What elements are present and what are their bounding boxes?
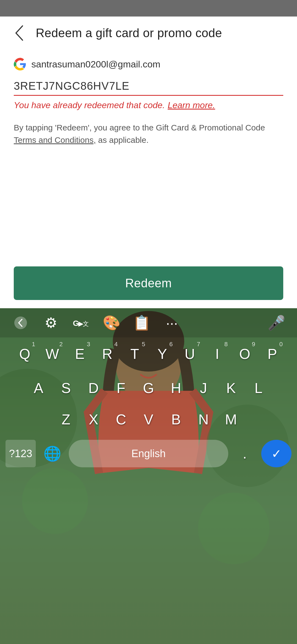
error-message: You have already redeemed that code. xyxy=(14,100,165,110)
key-s[interactable]: S xyxy=(54,374,78,402)
keyboard-row-1: 1Q 2W 3E 4R 5T 6Y 7U 8I 9O 0P xyxy=(0,337,297,370)
key-period[interactable]: . xyxy=(233,440,257,467)
code-input[interactable] xyxy=(14,77,283,96)
keyboard-bottom-row: ?123 🌐 English . ✓ xyxy=(0,437,297,470)
palette-icon: 🎨 xyxy=(103,315,120,331)
terms-link[interactable]: Terms and Conditions, xyxy=(14,135,96,144)
keyboard-settings-button[interactable]: ⚙ xyxy=(41,313,61,332)
svg-point-9 xyxy=(14,316,27,329)
key-enter[interactable]: ✓ xyxy=(261,440,292,467)
key-q[interactable]: 1Q xyxy=(13,340,37,368)
account-row: santrasuman0200l@gmail.com xyxy=(14,58,283,70)
key-o[interactable]: 9O xyxy=(233,340,257,368)
clipboard-icon: 📋 xyxy=(133,315,151,331)
key-g[interactable]: G xyxy=(136,374,161,402)
enter-icon: ✓ xyxy=(271,447,282,461)
key-u[interactable]: 7U xyxy=(178,340,202,368)
key-n[interactable]: N xyxy=(191,406,216,433)
key-z[interactable]: Z xyxy=(54,406,78,433)
key-y[interactable]: 6Y xyxy=(150,340,174,368)
key-e[interactable]: 3E xyxy=(68,340,92,368)
svg-point-7 xyxy=(22,468,88,534)
back-button[interactable] xyxy=(11,25,28,41)
button-area: Redeem xyxy=(14,266,283,300)
key-sym[interactable]: ?123 xyxy=(6,440,36,467)
keyboard-clipboard-button[interactable]: 📋 xyxy=(132,313,151,332)
keyboard-more-button[interactable]: ··· xyxy=(162,313,182,332)
code-input-wrapper xyxy=(14,77,283,96)
status-bar xyxy=(0,0,297,17)
key-c[interactable]: C xyxy=(109,406,133,433)
keyboard-back-button[interactable] xyxy=(11,313,30,332)
terms-text: By tapping 'Redeem', you agree to the Gi… xyxy=(14,121,283,146)
keyboard: ⚙ G ▶ 文 🎨 📋 ··· 🎤 1Q 2W 3E 4R 5T 6Y 7 xyxy=(0,308,297,644)
space-label: English xyxy=(131,448,166,460)
key-d[interactable]: D xyxy=(81,374,106,402)
more-icon: ··· xyxy=(166,315,178,331)
key-k[interactable]: K xyxy=(219,374,243,402)
account-email: santrasuman0200l@gmail.com xyxy=(31,59,160,70)
globe-icon: 🌐 xyxy=(43,445,61,462)
key-x[interactable]: X xyxy=(81,406,106,433)
app-header: Redeem a gift card or promo code xyxy=(0,17,297,50)
keyboard-mic-button[interactable]: 🎤 xyxy=(267,313,286,332)
key-l[interactable]: L xyxy=(246,374,271,402)
keyboard-row-2: A S D F G H J K L xyxy=(0,374,297,402)
key-i[interactable]: 8I xyxy=(205,340,229,368)
key-j[interactable]: J xyxy=(191,374,216,402)
key-f[interactable]: F xyxy=(109,374,133,402)
key-h[interactable]: H xyxy=(164,374,188,402)
key-w[interactable]: 2W xyxy=(40,340,64,368)
key-r[interactable]: 4R xyxy=(95,340,119,368)
key-globe[interactable]: 🌐 xyxy=(40,440,64,467)
key-a[interactable]: A xyxy=(26,374,51,402)
keyboard-toolbar: ⚙ G ▶ 文 🎨 📋 ··· 🎤 xyxy=(0,308,297,337)
page-title: Redeem a gift card or promo code xyxy=(36,26,222,40)
svg-text:文: 文 xyxy=(83,320,89,327)
key-p[interactable]: 0P xyxy=(260,340,284,368)
google-logo-icon xyxy=(14,58,26,70)
settings-icon: ⚙ xyxy=(45,315,57,331)
key-m[interactable]: M xyxy=(219,406,243,433)
main-content: santrasuman0200l@gmail.com You have alre… xyxy=(0,50,297,154)
redeem-button[interactable]: Redeem xyxy=(14,266,283,300)
learn-more-link[interactable]: Learn more. xyxy=(168,100,215,110)
error-row: You have already redeemed that code. Lea… xyxy=(14,100,283,110)
key-v[interactable]: V xyxy=(136,406,161,433)
key-space[interactable]: English xyxy=(69,440,228,467)
svg-text:G: G xyxy=(73,319,79,328)
key-t[interactable]: 5T xyxy=(123,340,147,368)
keyboard-translate-button[interactable]: G ▶ 文 xyxy=(72,313,91,332)
keyboard-theme-button[interactable]: 🎨 xyxy=(102,313,121,332)
key-b[interactable]: B xyxy=(164,406,188,433)
mic-icon: 🎤 xyxy=(268,315,285,331)
svg-point-8 xyxy=(198,493,270,564)
